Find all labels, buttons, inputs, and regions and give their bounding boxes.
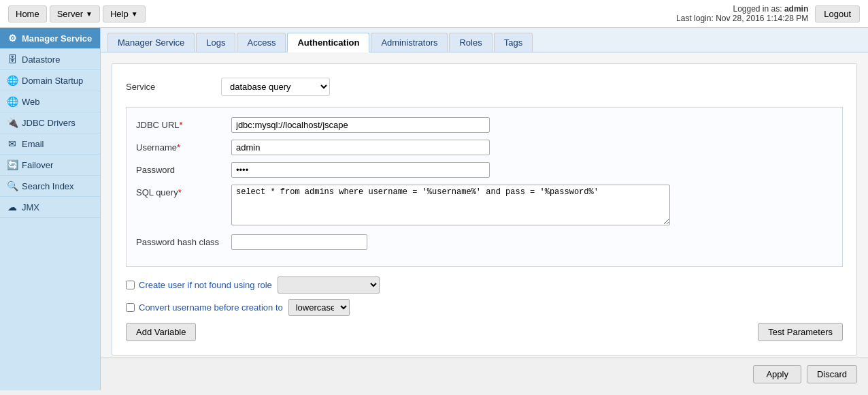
sql-query-textarea[interactable] — [231, 185, 670, 225]
home-button[interactable]: Home — [8, 5, 47, 22]
sidebar-item-jmx[interactable]: ☁JMX — [0, 197, 100, 218]
sidebar-item-label: Search Index — [22, 181, 74, 191]
tab-roles[interactable]: Roles — [449, 33, 492, 52]
jdbc-url-input[interactable] — [231, 117, 490, 133]
server-label: Server — [57, 9, 83, 19]
convert-username-row: Convert username before creation to lowe… — [126, 299, 843, 316]
service-label: Service — [126, 82, 221, 92]
sidebar-item-label: Domain Startup — [22, 76, 83, 86]
footer-actions: Apply Discard — [101, 358, 868, 390]
login-info: Logged in as: admin Last login: Nov 28, … — [676, 4, 808, 23]
service-row: Service database queryLDAPcustom — [126, 78, 843, 96]
jdbc-url-row: JDBC URL* — [136, 117, 833, 133]
sidebar-item-datastore[interactable]: 🗄Datastore — [0, 49, 100, 70]
jdbc-drivers-icon: 🔌 — [7, 117, 18, 128]
content-area: Manager ServiceLogsAccessAuthenticationA… — [101, 28, 868, 390]
sidebar-item-label: JDBC Drivers — [22, 118, 76, 128]
email-icon: ✉ — [7, 138, 18, 149]
password-row: Password — [136, 162, 833, 178]
nav-right: Logged in as: admin Last login: Nov 28, … — [676, 4, 860, 23]
sql-required-marker: * — [178, 187, 182, 198]
password-hash-row: Password hash class — [136, 234, 833, 250]
sidebar-item-label: Datastore — [22, 54, 60, 65]
create-user-label: Create user if not found using role — [139, 280, 272, 290]
manager-service-icon: ⚙ — [7, 33, 18, 44]
logged-in-text: Logged in as: admin — [676, 4, 808, 14]
jmx-icon: ☁ — [7, 202, 18, 212]
tabs-bar: Manager ServiceLogsAccessAuthenticationA… — [101, 28, 868, 52]
username-input-wrapper — [231, 140, 833, 155]
test-parameters-button[interactable]: Test Parameters — [758, 323, 843, 341]
tab-administrators[interactable]: Administrators — [371, 33, 448, 52]
jdbc-url-label: JDBC URL* — [136, 117, 231, 130]
web-icon: 🌐 — [7, 96, 18, 107]
create-user-row: Create user if not found using role — [126, 276, 843, 294]
jdbc-required-marker: * — [180, 120, 183, 130]
sidebar-item-label: Email — [22, 139, 44, 149]
main-layout: ⚙Manager Service🗄Datastore🌐Domain Startu… — [0, 28, 868, 390]
server-chevron-icon: ▼ — [86, 10, 93, 18]
sidebar-item-domain-startup[interactable]: 🌐Domain Startup — [0, 70, 100, 91]
sql-query-label: SQL query* — [136, 185, 231, 198]
sidebar-item-manager-service[interactable]: ⚙Manager Service — [0, 28, 100, 49]
datastore-icon: 🗄 — [7, 54, 18, 65]
domain-startup-icon: 🌐 — [7, 75, 18, 86]
tab-authentication[interactable]: Authentication — [287, 33, 369, 52]
last-login-text: Last login: Nov 28, 2016 1:14:28 PM — [676, 14, 808, 23]
tab-access[interactable]: Access — [237, 33, 286, 52]
search-index-icon: 🔍 — [7, 180, 18, 191]
password-label: Password — [136, 162, 231, 175]
home-label: Home — [16, 9, 39, 19]
username-row: Username* — [136, 140, 833, 155]
create-user-checkbox[interactable] — [126, 281, 135, 289]
jdbc-url-input-wrapper — [231, 117, 833, 133]
discard-button[interactable]: Discard — [807, 365, 857, 383]
sidebar-item-search-index[interactable]: 🔍Search Index — [0, 176, 100, 197]
service-select[interactable]: database queryLDAPcustom — [221, 78, 330, 96]
help-chevron-icon: ▼ — [131, 10, 138, 18]
sidebar-item-web[interactable]: 🌐Web — [0, 91, 100, 112]
convert-username-label: Convert username before creation to — [139, 302, 283, 313]
tab-manager-service[interactable]: Manager Service — [107, 33, 195, 52]
sql-query-row: SQL query* — [136, 185, 833, 227]
failover-icon: 🔄 — [7, 159, 18, 170]
form-actions: Add Variable Test Parameters — [126, 323, 843, 341]
last-login-time: Nov 28, 2016 1:14:28 PM — [716, 14, 808, 23]
add-variable-button[interactable]: Add Variable — [126, 323, 196, 341]
password-hash-input-wrapper — [231, 234, 833, 250]
top-navigation: Home Server ▼ Help ▼ Logged in as: admin… — [0, 0, 868, 28]
sidebar-item-jdbc-drivers[interactable]: 🔌JDBC Drivers — [0, 112, 100, 133]
sidebar-item-label: Manager Service — [22, 33, 92, 44]
sidebar-item-label: JMX — [22, 202, 39, 212]
tab-tags[interactable]: Tags — [494, 33, 533, 52]
lowercase-select[interactable]: lowercaseuppercasenone — [288, 299, 350, 316]
sidebar-item-label: Web — [22, 97, 40, 107]
username-label: Username* — [136, 140, 231, 153]
page-content: Service database queryLDAPcustom JDBC UR… — [101, 52, 868, 358]
sidebar: ⚙Manager Service🗄Datastore🌐Domain Startu… — [0, 28, 101, 390]
last-login-label: Last login: — [676, 14, 714, 23]
password-input[interactable] — [231, 162, 490, 178]
logout-button[interactable]: Logout — [815, 5, 860, 22]
form-fields: JDBC URL* Username* — [126, 107, 843, 267]
nav-left: Home Server ▼ Help ▼ — [8, 5, 146, 22]
sidebar-item-email[interactable]: ✉Email — [0, 133, 100, 155]
help-button[interactable]: Help ▼ — [103, 5, 146, 22]
apply-button[interactable]: Apply — [753, 365, 801, 383]
create-user-role-select[interactable] — [278, 276, 380, 294]
tab-logs[interactable]: Logs — [196, 33, 235, 52]
form-panel: Service database queryLDAPcustom JDBC UR… — [112, 63, 857, 356]
convert-username-checkbox[interactable] — [126, 303, 135, 312]
sidebar-item-label: Failover — [22, 160, 53, 170]
password-hash-label: Password hash class — [136, 234, 231, 247]
server-button[interactable]: Server ▼ — [50, 5, 100, 22]
sidebar-item-failover[interactable]: 🔄Failover — [0, 155, 100, 176]
password-hash-input[interactable] — [231, 234, 367, 250]
username-input[interactable] — [231, 140, 490, 155]
sql-query-input-wrapper — [231, 185, 833, 227]
logged-in-as-label: Logged in as: — [733, 4, 782, 14]
username-required-marker: * — [177, 142, 180, 153]
help-label: Help — [110, 9, 129, 19]
logged-in-username: admin — [784, 4, 808, 14]
password-input-wrapper — [231, 162, 833, 178]
